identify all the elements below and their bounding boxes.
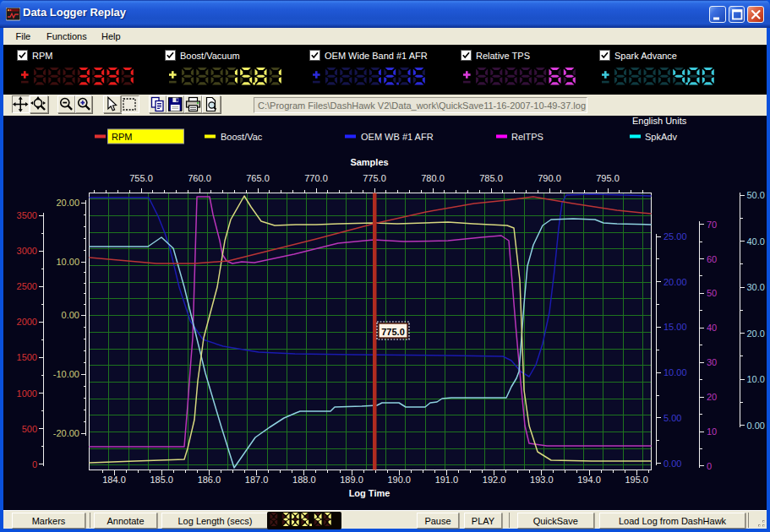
svg-text:755.0: 755.0: [129, 173, 153, 183]
svg-text:5.00: 5.00: [664, 413, 681, 423]
svg-text:10.0: 10.0: [747, 374, 765, 384]
svg-text:-20.00: -20.00: [53, 428, 79, 438]
svg-text:70: 70: [707, 220, 717, 230]
svg-text:760.0: 760.0: [188, 173, 211, 183]
svg-text:40: 40: [707, 323, 717, 333]
svg-text:20.0: 20.0: [747, 328, 765, 339]
svg-text:60: 60: [707, 254, 717, 264]
svg-text:50.0: 50.0: [747, 190, 765, 200]
svg-text:194.0: 194.0: [577, 475, 601, 485]
svg-text:20.00: 20.00: [56, 198, 79, 208]
svg-text:15.00: 15.00: [664, 322, 687, 332]
svg-text:Boost/Vac: Boost/Vac: [221, 132, 263, 142]
svg-text:0: 0: [32, 459, 37, 470]
svg-text:770.0: 770.0: [304, 173, 328, 183]
svg-text:190.0: 190.0: [387, 475, 411, 485]
svg-text:1500: 1500: [17, 352, 37, 362]
svg-text:Log Time: Log Time: [349, 488, 390, 498]
svg-text:780.0: 780.0: [421, 173, 445, 183]
svg-text:0.00: 0.00: [62, 310, 79, 320]
svg-text:500: 500: [22, 424, 37, 434]
svg-text:184.0: 184.0: [102, 475, 126, 485]
svg-text:185.0: 185.0: [150, 475, 173, 485]
svg-text:50: 50: [707, 288, 717, 298]
svg-text:765.0: 765.0: [246, 173, 270, 183]
svg-text:195.0: 195.0: [625, 475, 648, 485]
svg-text:SpkAdv: SpkAdv: [645, 132, 677, 142]
svg-text:795.0: 795.0: [596, 173, 620, 183]
svg-text:10.00: 10.00: [56, 257, 79, 267]
svg-text:-10.00: -10.00: [53, 369, 79, 379]
svg-text:English Units: English Units: [632, 116, 687, 126]
svg-text:193.0: 193.0: [530, 475, 554, 485]
svg-text:RPM: RPM: [112, 132, 132, 142]
svg-text:775.0: 775.0: [381, 327, 405, 337]
svg-text:RelTPS: RelTPS: [511, 132, 543, 142]
svg-text:30: 30: [707, 357, 717, 367]
svg-text:20: 20: [707, 392, 717, 402]
svg-text:2500: 2500: [17, 281, 37, 291]
svg-text:1000: 1000: [17, 388, 37, 399]
svg-text:186.0: 186.0: [198, 475, 221, 485]
svg-text:OEM WB #1 AFR: OEM WB #1 AFR: [361, 132, 434, 142]
svg-text:790.0: 790.0: [538, 173, 561, 183]
svg-text:785.0: 785.0: [479, 173, 503, 183]
svg-text:187.0: 187.0: [245, 475, 269, 485]
svg-text:188.0: 188.0: [292, 475, 316, 485]
svg-text:3500: 3500: [17, 210, 37, 220]
svg-text:192.0: 192.0: [483, 475, 506, 485]
svg-text:10: 10: [707, 426, 717, 437]
svg-text:0: 0: [707, 461, 712, 471]
svg-text:Samples: Samples: [350, 157, 388, 167]
svg-text:40.0: 40.0: [747, 236, 765, 247]
svg-text:0.00: 0.00: [747, 421, 765, 431]
svg-text:191.0: 191.0: [435, 475, 459, 485]
svg-text:25.00: 25.00: [664, 231, 687, 242]
svg-text:3000: 3000: [17, 246, 37, 256]
svg-text:189.0: 189.0: [340, 475, 363, 485]
svg-text:2000: 2000: [17, 317, 37, 327]
svg-text:775.0: 775.0: [363, 173, 386, 183]
svg-text:30.0: 30.0: [747, 282, 765, 292]
svg-text:20.00: 20.00: [664, 277, 687, 287]
svg-text:0.00: 0.00: [664, 459, 681, 469]
svg-text:10.00: 10.00: [664, 367, 687, 377]
